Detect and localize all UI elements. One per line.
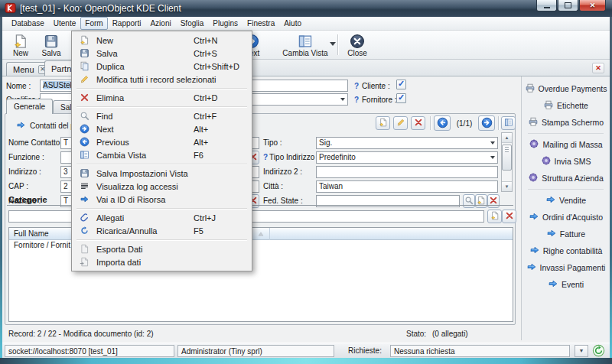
- requests-refresh-button[interactable]: [592, 344, 605, 357]
- menu-item-elimina[interactable]: EliminaCtrl+D: [73, 91, 250, 104]
- menu-item-salva-impostazioni-vista[interactable]: Salva Impostazioni Vista: [73, 167, 250, 180]
- relate-icon: [546, 228, 557, 240]
- menu-item-shortcut: Ctrl+F: [194, 112, 249, 121]
- printer-icon: [525, 83, 536, 95]
- sidebar-item-invia-sms[interactable]: Invia SMS: [522, 153, 610, 170]
- sidebar-item-vendite[interactable]: Vendite: [522, 192, 610, 209]
- new-record-icon: [379, 118, 388, 128]
- contact-scrollbar[interactable]: ▲ ▼: [501, 132, 513, 192]
- title-bar[interactable]: [test_01] - Koo: OpenObject KDE Client ✕: [0, 0, 612, 17]
- menubar-item-database[interactable]: Database: [7, 17, 49, 30]
- menu-item-salva[interactable]: SalvaCtrl+S: [73, 47, 250, 60]
- toolbar-button-salva[interactable]: Salva: [36, 32, 67, 58]
- scroll-down-icon[interactable]: ▼: [502, 181, 512, 191]
- fornitore-checkbox[interactable]: ✓: [396, 93, 406, 103]
- menu-item-importa-dati[interactable]: Importa dati: [73, 255, 250, 268]
- menubar-item-sfoglia[interactable]: Sfoglia: [176, 17, 209, 30]
- save-icon: [44, 34, 59, 49]
- field-label-cap: CAP :: [8, 182, 28, 190]
- sidebar-item-label: Stampa Schermo: [542, 118, 604, 127]
- cliente-checkbox[interactable]: ✓: [396, 80, 406, 89]
- field-input-tipo[interactable]: Sig.: [316, 137, 498, 149]
- toolbar-button-close[interactable]: Close: [342, 32, 373, 58]
- menu-item-vai-a-id-di-risorsa[interactable]: Vai a ID di Risorsa: [73, 193, 250, 206]
- sidebar-item-stampa-schermo[interactable]: Stampa Schermo: [522, 114, 610, 131]
- scroll-up-icon[interactable]: ▲: [502, 133, 512, 143]
- dropdown-arrow-icon[interactable]: [490, 156, 495, 159]
- minimize-button[interactable]: [536, 0, 557, 11]
- menu-item-modifica-tutti-i-record-selezionati[interactable]: Modifica tutti i record selezionati: [73, 73, 250, 86]
- export-icon: [75, 244, 93, 254]
- menubar-item-finestra[interactable]: Finestra: [243, 17, 279, 30]
- field-search-button[interactable]: [463, 194, 475, 208]
- sidebar-separator: [528, 133, 604, 134]
- categories-new-button[interactable]: [487, 210, 502, 223]
- field-label-indirizzo: Indirizzo :: [8, 167, 41, 176]
- sidebar-item-eventi[interactable]: Eventi: [522, 276, 610, 293]
- sidebar-item-etichette[interactable]: Etichette: [522, 97, 610, 114]
- sidebar-item-struttura-azienda[interactable]: Struttura Azienda: [522, 170, 610, 187]
- menubar-item-plugins[interactable]: Plugins: [208, 17, 243, 30]
- dropdown-arrow-icon: [340, 98, 345, 101]
- menu-item-ricarica-annulla[interactable]: Ricarica/AnnullaF5: [73, 224, 250, 237]
- sidebar-separator: [528, 189, 604, 190]
- field-input-tipo-indirizzo[interactable]: Predefinito: [316, 151, 498, 164]
- menubar-item-rapporti[interactable]: Rapporti: [108, 17, 146, 30]
- field-value: Taiwan: [319, 182, 343, 190]
- toolbar-button-cambia-vista[interactable]: Cambia Vista: [273, 32, 337, 58]
- contact-delete-button[interactable]: [411, 116, 425, 130]
- form-tab-generale-label: Generale: [14, 102, 45, 111]
- categories-delete-button[interactable]: [502, 210, 516, 223]
- toolbar-button-label: Close: [347, 49, 367, 57]
- field-new-button[interactable]: [475, 194, 487, 208]
- menu-item-find[interactable]: FindCtrl+F: [73, 109, 250, 122]
- menubar-item-aiuto[interactable]: Aiuto: [279, 17, 306, 30]
- toolbar-button-new[interactable]: New: [7, 32, 34, 58]
- contact-new-button[interactable]: [376, 116, 390, 130]
- requests-dropdown-button[interactable]: ▼: [575, 345, 588, 357]
- field-input-indirizzo-2[interactable]: [316, 166, 498, 178]
- close-view-button[interactable]: ✕: [592, 63, 604, 73]
- menu-item-allegati[interactable]: AllegatiCtrl+J: [73, 211, 250, 224]
- field-value: T: [63, 197, 68, 205]
- sidebar-item-fatture[interactable]: Fatture: [522, 226, 610, 242]
- form-tab-generale[interactable]: Generale: [6, 99, 53, 114]
- menu-item-new[interactable]: NewCtrl+N: [73, 34, 250, 47]
- menu-item-previous[interactable]: PreviousAlt+: [73, 135, 250, 148]
- categories-title: Categorie: [8, 195, 47, 204]
- dropdown-arrow-icon[interactable]: [490, 141, 495, 145]
- sidebar-item-ordini-d-acquisto[interactable]: Ordini d'Acquisto: [522, 209, 610, 226]
- scrollbar-thumb[interactable]: [502, 145, 512, 171]
- field-clear-button[interactable]: [487, 194, 500, 208]
- printer-icon: [543, 99, 554, 112]
- menubar-item-form[interactable]: Form: [80, 17, 107, 30]
- menu-item-next[interactable]: NextAlt+: [73, 122, 250, 135]
- menu-item-esporta-dati[interactable]: Esporta Dati: [73, 242, 250, 255]
- contact-next-button[interactable]: [478, 115, 495, 131]
- menubar-item-azioni[interactable]: Azioni: [145, 17, 175, 30]
- sidebar-item-invassi-pagamenti[interactable]: Invassi Pagamenti: [522, 259, 610, 276]
- contact-previous-button[interactable]: [434, 115, 451, 131]
- sidebar-item-overdue-payments[interactable]: Overdue Payments: [522, 80, 610, 97]
- contact-switch-view-button[interactable]: [501, 116, 516, 130]
- menu-separator: [76, 106, 247, 107]
- printer-icon: [528, 116, 539, 128]
- sidebar-item-righe-contabilit[interactable]: Righe contabilità: [522, 242, 610, 259]
- field-value: 2: [63, 182, 68, 190]
- field-label-citt: Città :: [263, 182, 283, 190]
- menu-item-duplica[interactable]: DuplicaCtrl+Shift+D: [73, 60, 250, 73]
- menu-item-cambia-vista[interactable]: Cambia VistaF6: [73, 148, 250, 161]
- sidebar-item-mailing-di-massa[interactable]: Mailing di Massa: [522, 136, 610, 153]
- maximize-button[interactable]: [558, 0, 578, 11]
- menubar-item-utente[interactable]: Utente: [49, 17, 80, 30]
- field-input-citt[interactable]: Taiwan: [316, 180, 498, 193]
- contact-edit-button[interactable]: [393, 116, 408, 130]
- close-button[interactable]: ✕: [579, 0, 606, 11]
- window-controls: ✕: [536, 0, 606, 11]
- close-icon: ✕: [590, 2, 596, 9]
- menu-item-shortcut: Ctrl+D: [194, 93, 249, 102]
- dropdown-arrow-icon[interactable]: [330, 42, 336, 46]
- menu-item-visualizza-log-accessi[interactable]: Visualizza log accessi: [73, 180, 250, 193]
- menu-item-label: Allegati: [93, 213, 194, 223]
- action-icon: [528, 172, 539, 184]
